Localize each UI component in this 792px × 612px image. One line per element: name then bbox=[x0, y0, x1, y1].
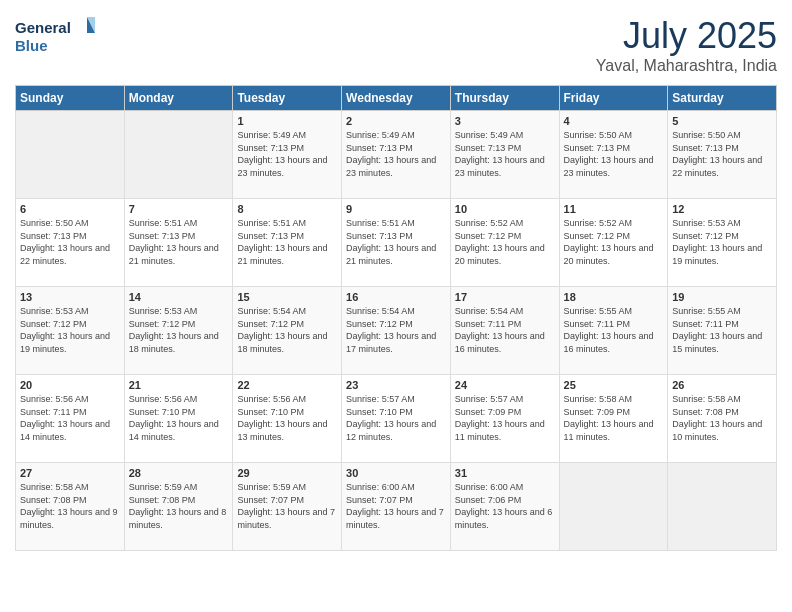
day-info: Sunrise: 5:50 AMSunset: 7:13 PMDaylight:… bbox=[564, 129, 664, 179]
calendar-cell: 30 Sunrise: 6:00 AMSunset: 7:07 PMDaylig… bbox=[342, 463, 451, 551]
calendar-cell: 6 Sunrise: 5:50 AMSunset: 7:13 PMDayligh… bbox=[16, 199, 125, 287]
calendar-cell: 1 Sunrise: 5:49 AMSunset: 7:13 PMDayligh… bbox=[233, 111, 342, 199]
calendar-cell: 21 Sunrise: 5:56 AMSunset: 7:10 PMDaylig… bbox=[124, 375, 233, 463]
day-number: 8 bbox=[237, 203, 337, 215]
day-info: Sunrise: 5:59 AMSunset: 7:07 PMDaylight:… bbox=[237, 481, 337, 531]
day-info: Sunrise: 5:55 AMSunset: 7:11 PMDaylight:… bbox=[564, 305, 664, 355]
day-number: 27 bbox=[20, 467, 120, 479]
day-number: 30 bbox=[346, 467, 446, 479]
calendar-week-5: 27 Sunrise: 5:58 AMSunset: 7:08 PMDaylig… bbox=[16, 463, 777, 551]
day-number: 15 bbox=[237, 291, 337, 303]
day-number: 12 bbox=[672, 203, 772, 215]
calendar-cell: 8 Sunrise: 5:51 AMSunset: 7:13 PMDayligh… bbox=[233, 199, 342, 287]
calendar-week-1: 1 Sunrise: 5:49 AMSunset: 7:13 PMDayligh… bbox=[16, 111, 777, 199]
day-info: Sunrise: 5:53 AMSunset: 7:12 PMDaylight:… bbox=[20, 305, 120, 355]
calendar-cell: 12 Sunrise: 5:53 AMSunset: 7:12 PMDaylig… bbox=[668, 199, 777, 287]
day-number: 22 bbox=[237, 379, 337, 391]
day-info: Sunrise: 5:56 AMSunset: 7:10 PMDaylight:… bbox=[129, 393, 229, 443]
location-title: Yaval, Maharashtra, India bbox=[596, 57, 777, 75]
calendar-cell: 22 Sunrise: 5:56 AMSunset: 7:10 PMDaylig… bbox=[233, 375, 342, 463]
day-info: Sunrise: 6:00 AMSunset: 7:07 PMDaylight:… bbox=[346, 481, 446, 531]
calendar-cell: 28 Sunrise: 5:59 AMSunset: 7:08 PMDaylig… bbox=[124, 463, 233, 551]
calendar-cell bbox=[668, 463, 777, 551]
day-number: 24 bbox=[455, 379, 555, 391]
day-number: 14 bbox=[129, 291, 229, 303]
calendar-table: Sunday Monday Tuesday Wednesday Thursday… bbox=[15, 85, 777, 551]
calendar-week-2: 6 Sunrise: 5:50 AMSunset: 7:13 PMDayligh… bbox=[16, 199, 777, 287]
calendar-cell: 14 Sunrise: 5:53 AMSunset: 7:12 PMDaylig… bbox=[124, 287, 233, 375]
col-sunday: Sunday bbox=[16, 86, 125, 111]
calendar-cell: 29 Sunrise: 5:59 AMSunset: 7:07 PMDaylig… bbox=[233, 463, 342, 551]
day-number: 20 bbox=[20, 379, 120, 391]
day-info: Sunrise: 5:52 AMSunset: 7:12 PMDaylight:… bbox=[564, 217, 664, 267]
day-info: Sunrise: 5:54 AMSunset: 7:12 PMDaylight:… bbox=[237, 305, 337, 355]
calendar-cell: 15 Sunrise: 5:54 AMSunset: 7:12 PMDaylig… bbox=[233, 287, 342, 375]
calendar-cell: 27 Sunrise: 5:58 AMSunset: 7:08 PMDaylig… bbox=[16, 463, 125, 551]
logo: General Blue bbox=[15, 15, 95, 57]
col-tuesday: Tuesday bbox=[233, 86, 342, 111]
day-info: Sunrise: 5:49 AMSunset: 7:13 PMDaylight:… bbox=[346, 129, 446, 179]
day-number: 28 bbox=[129, 467, 229, 479]
header-row: Sunday Monday Tuesday Wednesday Thursday… bbox=[16, 86, 777, 111]
day-number: 26 bbox=[672, 379, 772, 391]
day-number: 11 bbox=[564, 203, 664, 215]
day-info: Sunrise: 5:51 AMSunset: 7:13 PMDaylight:… bbox=[346, 217, 446, 267]
calendar-cell: 3 Sunrise: 5:49 AMSunset: 7:13 PMDayligh… bbox=[450, 111, 559, 199]
day-number: 4 bbox=[564, 115, 664, 127]
calendar-cell: 11 Sunrise: 5:52 AMSunset: 7:12 PMDaylig… bbox=[559, 199, 668, 287]
day-number: 7 bbox=[129, 203, 229, 215]
day-info: Sunrise: 5:53 AMSunset: 7:12 PMDaylight:… bbox=[672, 217, 772, 267]
day-info: Sunrise: 5:57 AMSunset: 7:09 PMDaylight:… bbox=[455, 393, 555, 443]
title-block: July 2025 Yaval, Maharashtra, India bbox=[596, 15, 777, 75]
calendar-week-4: 20 Sunrise: 5:56 AMSunset: 7:11 PMDaylig… bbox=[16, 375, 777, 463]
day-info: Sunrise: 5:57 AMSunset: 7:10 PMDaylight:… bbox=[346, 393, 446, 443]
day-number: 1 bbox=[237, 115, 337, 127]
day-info: Sunrise: 6:00 AMSunset: 7:06 PMDaylight:… bbox=[455, 481, 555, 531]
day-number: 31 bbox=[455, 467, 555, 479]
header: General Blue July 2025 Yaval, Maharashtr… bbox=[15, 15, 777, 75]
day-info: Sunrise: 5:56 AMSunset: 7:11 PMDaylight:… bbox=[20, 393, 120, 443]
day-info: Sunrise: 5:51 AMSunset: 7:13 PMDaylight:… bbox=[129, 217, 229, 267]
calendar-cell: 17 Sunrise: 5:54 AMSunset: 7:11 PMDaylig… bbox=[450, 287, 559, 375]
calendar-cell: 20 Sunrise: 5:56 AMSunset: 7:11 PMDaylig… bbox=[16, 375, 125, 463]
day-info: Sunrise: 5:50 AMSunset: 7:13 PMDaylight:… bbox=[20, 217, 120, 267]
calendar-cell: 13 Sunrise: 5:53 AMSunset: 7:12 PMDaylig… bbox=[16, 287, 125, 375]
calendar-cell: 4 Sunrise: 5:50 AMSunset: 7:13 PMDayligh… bbox=[559, 111, 668, 199]
calendar-cell: 16 Sunrise: 5:54 AMSunset: 7:12 PMDaylig… bbox=[342, 287, 451, 375]
col-thursday: Thursday bbox=[450, 86, 559, 111]
page: General Blue July 2025 Yaval, Maharashtr… bbox=[0, 0, 792, 612]
svg-text:General: General bbox=[15, 19, 71, 36]
day-number: 3 bbox=[455, 115, 555, 127]
day-info: Sunrise: 5:58 AMSunset: 7:08 PMDaylight:… bbox=[672, 393, 772, 443]
day-info: Sunrise: 5:49 AMSunset: 7:13 PMDaylight:… bbox=[455, 129, 555, 179]
day-number: 29 bbox=[237, 467, 337, 479]
calendar-cell: 19 Sunrise: 5:55 AMSunset: 7:11 PMDaylig… bbox=[668, 287, 777, 375]
day-info: Sunrise: 5:53 AMSunset: 7:12 PMDaylight:… bbox=[129, 305, 229, 355]
svg-text:Blue: Blue bbox=[15, 37, 48, 54]
day-number: 9 bbox=[346, 203, 446, 215]
logo-svg: General Blue bbox=[15, 15, 95, 57]
col-saturday: Saturday bbox=[668, 86, 777, 111]
day-number: 6 bbox=[20, 203, 120, 215]
month-title: July 2025 bbox=[596, 15, 777, 57]
day-info: Sunrise: 5:59 AMSunset: 7:08 PMDaylight:… bbox=[129, 481, 229, 531]
day-info: Sunrise: 5:55 AMSunset: 7:11 PMDaylight:… bbox=[672, 305, 772, 355]
calendar-cell: 24 Sunrise: 5:57 AMSunset: 7:09 PMDaylig… bbox=[450, 375, 559, 463]
day-number: 17 bbox=[455, 291, 555, 303]
calendar-cell: 25 Sunrise: 5:58 AMSunset: 7:09 PMDaylig… bbox=[559, 375, 668, 463]
day-info: Sunrise: 5:52 AMSunset: 7:12 PMDaylight:… bbox=[455, 217, 555, 267]
calendar-cell bbox=[16, 111, 125, 199]
day-number: 16 bbox=[346, 291, 446, 303]
day-number: 5 bbox=[672, 115, 772, 127]
day-number: 23 bbox=[346, 379, 446, 391]
day-info: Sunrise: 5:58 AMSunset: 7:09 PMDaylight:… bbox=[564, 393, 664, 443]
day-number: 21 bbox=[129, 379, 229, 391]
day-info: Sunrise: 5:50 AMSunset: 7:13 PMDaylight:… bbox=[672, 129, 772, 179]
calendar-cell: 23 Sunrise: 5:57 AMSunset: 7:10 PMDaylig… bbox=[342, 375, 451, 463]
day-number: 25 bbox=[564, 379, 664, 391]
day-number: 10 bbox=[455, 203, 555, 215]
day-info: Sunrise: 5:54 AMSunset: 7:11 PMDaylight:… bbox=[455, 305, 555, 355]
col-monday: Monday bbox=[124, 86, 233, 111]
calendar-cell: 31 Sunrise: 6:00 AMSunset: 7:06 PMDaylig… bbox=[450, 463, 559, 551]
calendar-cell: 10 Sunrise: 5:52 AMSunset: 7:12 PMDaylig… bbox=[450, 199, 559, 287]
